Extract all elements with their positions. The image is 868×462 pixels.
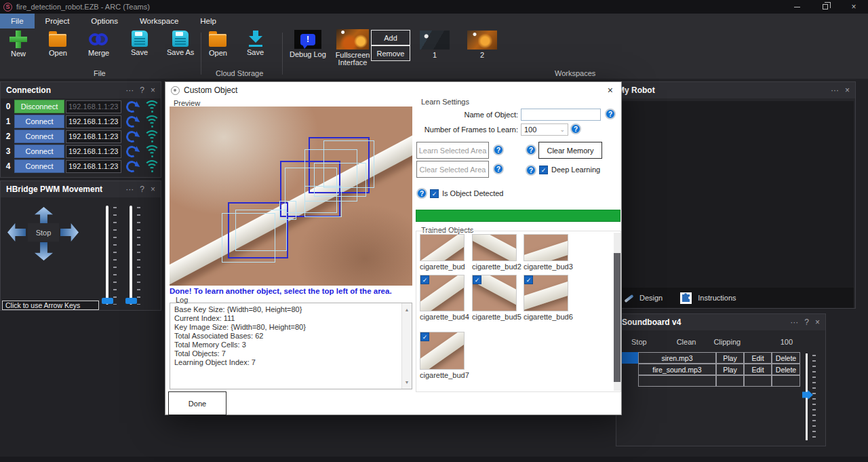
- scroll-up-icon[interactable]: ▲: [405, 305, 410, 314]
- clear-area-help-icon[interactable]: ?: [493, 163, 504, 174]
- deep-learning-checkbox[interactable]: ✓: [539, 166, 548, 174]
- menu-project[interactable]: Project: [35, 14, 81, 28]
- debug-log-button[interactable]: ! Debug Log: [290, 30, 326, 58]
- disconnect-button[interactable]: Disconnect: [14, 100, 64, 113]
- panel-close-icon[interactable]: ×: [845, 86, 850, 94]
- play-button[interactable]: Play: [716, 352, 744, 364]
- log-scrollbar[interactable]: ▲ ▼: [401, 303, 412, 389]
- left-pwm-slider-thumb[interactable]: [102, 298, 113, 304]
- panel-help-icon[interactable]: ?: [140, 86, 144, 94]
- delete-button[interactable]: Delete: [772, 364, 800, 375]
- clear-memory-button[interactable]: Clear Memory: [538, 142, 602, 159]
- delete-button[interactable]: Delete: [772, 352, 800, 364]
- soundboard-stop-button[interactable]: Stop: [631, 338, 647, 346]
- address-field[interactable]: [66, 115, 121, 128]
- forward-arrow-button[interactable]: [35, 207, 53, 225]
- trained-object-item[interactable]: cigarette_bud3: [524, 234, 568, 271]
- workspace-tab-1[interactable]: 1: [420, 31, 450, 59]
- trained-object-item[interactable]: ✓ cigarette_bud4: [420, 275, 465, 321]
- menu-workspace[interactable]: Workspace: [129, 14, 189, 28]
- log-output[interactable]: Base Key Size: {Width=80, Height=80} Cur…: [170, 303, 412, 389]
- clear-selected-area-button[interactable]: Clear Selected Area: [416, 161, 489, 178]
- minimize-button[interactable]: [783, 0, 811, 14]
- remove-workspace-button[interactable]: Remove: [371, 45, 410, 61]
- learn-area-help-icon[interactable]: ?: [493, 145, 504, 155]
- cloud-open-button[interactable]: Open: [209, 31, 227, 57]
- edit-button[interactable]: [744, 375, 772, 387]
- left-arrow-button[interactable]: [7, 223, 26, 242]
- refresh-icon[interactable]: [125, 99, 140, 114]
- sound-name-cell[interactable]: siren.mp3: [638, 352, 716, 364]
- trained-object-item[interactable]: cigarette_bud2: [472, 234, 517, 271]
- tab-design[interactable]: Design: [623, 293, 663, 303]
- trained-object-thumbnail[interactable]: [420, 234, 465, 261]
- is-object-detected-checkbox[interactable]: ✓: [430, 189, 439, 198]
- panel-menu-icon[interactable]: ···: [125, 185, 134, 193]
- trained-objects-scrollbar[interactable]: [614, 233, 620, 391]
- save-as-button[interactable]: Save As: [167, 31, 194, 56]
- name-help-icon[interactable]: ?: [605, 109, 616, 119]
- panel-menu-icon[interactable]: ···: [790, 318, 798, 326]
- trained-checked-checkbox[interactable]: ✓: [420, 332, 429, 341]
- clear-memory-help-icon[interactable]: ?: [526, 145, 536, 155]
- left-pwm-slider[interactable]: [106, 206, 108, 305]
- fullscreen-interface-button[interactable]: Fullscreen Interface: [332, 29, 374, 66]
- menu-options[interactable]: Options: [80, 14, 129, 28]
- panel-close-icon[interactable]: ×: [151, 185, 155, 193]
- cloud-save-button[interactable]: Save: [247, 31, 264, 56]
- menu-help[interactable]: Help: [189, 14, 227, 28]
- edit-button[interactable]: Edit: [744, 364, 772, 375]
- add-workspace-button[interactable]: Add: [371, 30, 410, 45]
- reverse-arrow-button[interactable]: [35, 242, 53, 261]
- refresh-icon[interactable]: [125, 159, 140, 174]
- frames-help-icon[interactable]: ?: [570, 123, 581, 134]
- connect-button[interactable]: Connect: [14, 145, 64, 158]
- edit-button[interactable]: Edit: [744, 352, 772, 364]
- trained-object-item[interactable]: ✓ cigarette_bud5: [472, 275, 517, 321]
- right-arrow-button[interactable]: [60, 223, 79, 242]
- learn-selected-area-button[interactable]: Learn Selected Area: [416, 142, 489, 159]
- address-field[interactable]: [66, 130, 121, 143]
- workspace-tab-2[interactable]: 2: [467, 31, 497, 59]
- soundboard-clean-button[interactable]: Clean: [677, 338, 696, 346]
- connect-button[interactable]: Connect: [14, 159, 64, 173]
- address-field[interactable]: [66, 100, 121, 113]
- save-button[interactable]: Save: [131, 31, 148, 56]
- address-field[interactable]: [66, 145, 121, 158]
- delete-button[interactable]: [772, 375, 800, 387]
- arrow-keys-hint-field[interactable]: Click to use Arrow Keys: [2, 301, 99, 310]
- refresh-icon[interactable]: [125, 114, 140, 129]
- refresh-icon[interactable]: [125, 144, 140, 159]
- close-button[interactable]: ×: [840, 0, 868, 14]
- panel-menu-icon[interactable]: ···: [831, 86, 839, 94]
- frames-to-learn-select[interactable]: 100 ⌄: [521, 123, 568, 136]
- panel-close-icon[interactable]: ×: [151, 86, 155, 94]
- panel-close-icon[interactable]: ×: [815, 318, 820, 326]
- right-pwm-slider[interactable]: [130, 206, 132, 305]
- refresh-icon[interactable]: [125, 129, 140, 144]
- is-detected-help-icon[interactable]: ?: [416, 188, 427, 199]
- right-pwm-slider-thumb[interactable]: [125, 298, 137, 304]
- camera-preview[interactable]: [170, 107, 412, 286]
- tab-instructions[interactable]: Instructions: [680, 292, 736, 304]
- name-of-object-input[interactable]: [521, 109, 601, 121]
- address-field[interactable]: [66, 160, 121, 173]
- trained-objects-scrollbar-thumb[interactable]: [614, 253, 620, 382]
- sound-name-cell[interactable]: fire_sound.mp3: [638, 364, 716, 375]
- done-button[interactable]: Done: [168, 391, 226, 415]
- trained-object-thumbnail[interactable]: [524, 234, 568, 261]
- play-button[interactable]: [716, 375, 744, 387]
- merge-button[interactable]: Merge: [88, 31, 109, 57]
- menu-file[interactable]: File: [0, 14, 35, 28]
- restore-button[interactable]: [811, 0, 840, 14]
- volume-slider-thumb[interactable]: [802, 390, 813, 400]
- deep-learning-help-icon[interactable]: ?: [526, 165, 536, 176]
- trained-checked-checkbox[interactable]: ✓: [473, 275, 481, 284]
- panel-help-icon[interactable]: ?: [140, 185, 144, 193]
- play-button[interactable]: Play: [716, 364, 744, 375]
- connect-button[interactable]: Connect: [14, 130, 64, 143]
- dialog-close-icon[interactable]: ×: [608, 85, 613, 96]
- scroll-down-icon[interactable]: ▼: [405, 378, 410, 387]
- trained-object-item[interactable]: cigarette_bud: [420, 234, 465, 271]
- robot-canvas[interactable]: [615, 101, 854, 288]
